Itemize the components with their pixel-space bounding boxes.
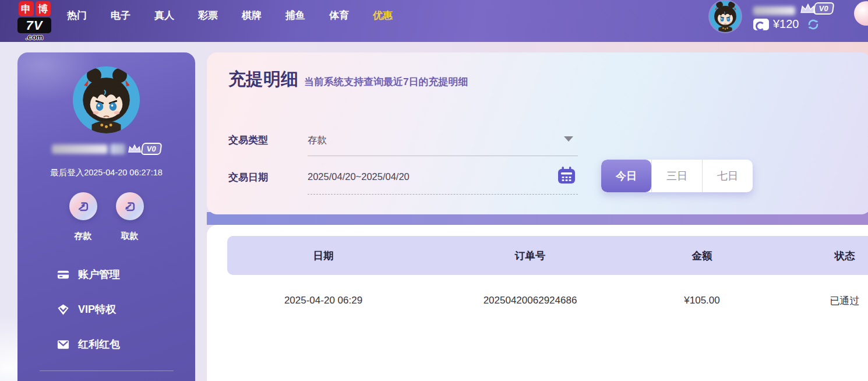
top-nav: 申 博 7V .com 热门 电子 真人 彩票 棋牌 捕鱼 体育 优惠 V0 ¥… [0,0,868,42]
profile-avatar[interactable] [73,66,140,133]
table-row: 2025-04-20 06:29 20250420062924686 ¥105.… [227,283,868,318]
header-date: 日期 [227,249,419,263]
date-label: 交易日期 [228,171,268,184]
gem-icon [57,303,70,316]
page-subtitle: 当前系统支持查询最近7日的充提明细 [304,75,468,89]
header-status: 状态 [763,249,868,263]
sidebar-item-label: 账户管理 [78,267,120,281]
site-logo[interactable]: 申 博 7V .com [17,1,51,41]
logo-badges: 申 博 [17,1,51,16]
profile-vip-badge: V0 [140,143,162,155]
header-amount: 金额 [641,249,763,263]
username-blurred [753,6,795,15]
wallet-icon [753,19,769,30]
deposit-button[interactable]: 存款 [69,192,97,242]
header-order: 订单号 [419,249,641,263]
filter-panel: 充提明细 当前系统支持查询最近7日的充提明细 交易类型 存款 交易日期 2025… [207,52,868,214]
cell-order: 20250420062924686 [419,295,641,306]
vip-badge: V0 [813,2,835,15]
profile-username-blurred-2 [110,144,125,154]
logo-badge-bo: 博 [36,1,51,16]
nav-menu: 热门 电子 真人 彩票 棋牌 捕鱼 体育 优惠 [67,8,393,23]
chevron-down-icon [564,136,573,142]
table-header: 日期 订单号 金额 状态 [227,236,868,275]
nav-item-promo[interactable]: 优惠 [373,8,393,23]
range-today-button[interactable]: 今日 [601,160,651,192]
date-range-input[interactable] [308,167,552,190]
nav-item-slots[interactable]: 电子 [111,8,130,23]
balance-amount: ¥120 [773,17,799,31]
date-underline [308,194,578,195]
type-label: 交易类型 [228,133,268,147]
nav-item-fishing[interactable]: 捕鱼 [285,8,305,23]
sidebar-divider [40,371,174,371]
profile-username-blurred [52,144,108,154]
user-avatar[interactable] [710,1,741,32]
sidebar-item-label: VIP特权 [78,302,116,316]
logo-com: .com [17,33,51,41]
crown-icon [128,144,142,154]
records-panel: 日期 订单号 金额 状态 2025-04-20 06:29 2025042006… [207,225,868,381]
sidebar-item-bonus[interactable]: 红利红包 [57,335,185,354]
withdraw-label: 取款 [121,231,139,242]
nav-item-chess[interactable]: 棋牌 [242,8,262,23]
sidebar: V0 最后登入2025-04-20 06:27:18 存款 取款 [17,52,195,381]
vip-level: V0 [800,2,834,15]
profile-name-row: V0 [17,143,195,155]
withdraw-button[interactable]: 取款 [116,192,144,242]
sidebar-item-account[interactable]: 账户管理 [57,265,185,284]
nav-item-sports[interactable]: 体育 [329,8,349,23]
logo-badge-shen: 申 [19,1,34,16]
card-icon [57,268,70,281]
cell-amount: ¥105.00 [641,295,763,306]
nav-item-live[interactable]: 真人 [154,8,174,23]
sidebar-item-vip[interactable]: VIP特权 [57,300,185,319]
logo-7v: 7V [17,17,51,33]
type-underline [308,156,578,156]
cell-date: 2025-04-20 06:29 [227,295,419,306]
last-login-text: 最后登入2025-04-20 06:27:18 [17,167,195,178]
deposit-icon [69,192,97,220]
user-cluster: V0 ¥120 [708,0,859,38]
balance-row: ¥120 [753,17,820,31]
withdraw-icon [116,192,144,220]
cell-status: 已通过 [763,294,868,308]
nav-item-lottery[interactable]: 彩票 [198,8,218,23]
range-3day-button[interactable]: 三日 [651,160,702,192]
nav-item-hot[interactable]: 热门 [67,8,87,23]
type-select[interactable] [308,128,578,151]
quick-actions: 存款 取款 [17,192,195,242]
calendar-icon[interactable] [557,165,576,187]
date-range-buttons: 今日 三日 七日 [601,160,753,192]
sidebar-menu: 账户管理 VIP特权 红利红包 [57,265,185,370]
refresh-balance-icon[interactable] [807,18,820,31]
sidebar-item-label: 红利红包 [78,337,120,351]
page-title: 充提明细 [228,68,298,91]
envelope-icon [57,338,70,351]
range-7day-button[interactable]: 七日 [702,160,753,192]
deposit-label: 存款 [75,231,92,242]
